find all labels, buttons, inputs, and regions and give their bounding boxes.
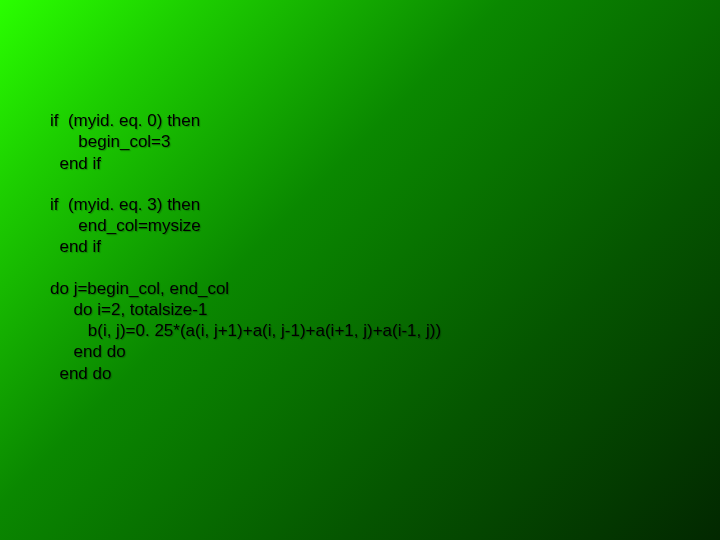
code-block-2: if (myid. eq. 3) then end_col=mysize end…	[50, 194, 720, 258]
code-line: end_col=mysize	[50, 216, 201, 235]
code-line: end do	[50, 364, 111, 383]
code-line: if (myid. eq. 0) then	[50, 111, 200, 130]
code-block-1: if (myid. eq. 0) then begin_col=3 end if	[50, 110, 720, 174]
code-line: do i=2, totalsize-1	[50, 300, 207, 319]
code-line: end do	[50, 342, 126, 361]
slide-content: if (myid. eq. 0) then begin_col=3 end if…	[0, 0, 720, 540]
code-block-3: do j=begin_col, end_col do i=2, totalsiz…	[50, 278, 720, 384]
code-line: end if	[50, 237, 101, 256]
code-line: begin_col=3	[50, 132, 171, 151]
code-line: do j=begin_col, end_col	[50, 279, 229, 298]
code-line: end if	[50, 154, 101, 173]
code-line: b(i, j)=0. 25*(a(i, j+1)+a(i, j-1)+a(i+1…	[50, 321, 441, 340]
code-line: if (myid. eq. 3) then	[50, 195, 200, 214]
